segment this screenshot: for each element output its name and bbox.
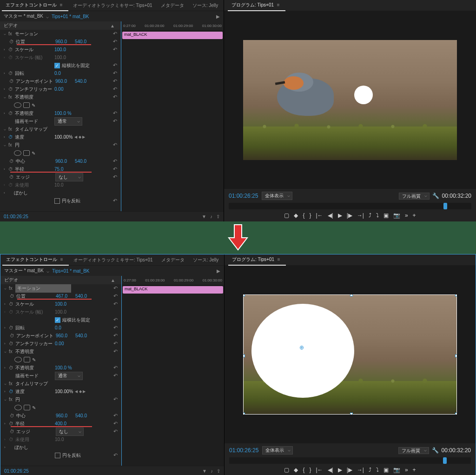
stopwatch-icon[interactable]: ⏱ — [9, 39, 16, 44]
blend-dropdown[interactable]: 通常 — [54, 117, 82, 126]
stopwatch-icon[interactable]: ⏱ — [10, 429, 16, 434]
bc-clip[interactable]: Tips+01 * mat_BK — [52, 14, 89, 19]
stopwatch-active-icon[interactable]: ⏱ — [9, 389, 15, 394]
tab-metadata[interactable]: メタデータ — [157, 0, 188, 11]
quality-dropdown[interactable]: フル画質 — [398, 447, 429, 454]
scrubber[interactable] — [229, 203, 471, 209]
panel-menu-icon[interactable]: ≡ — [275, 2, 282, 7]
prop-radius[interactable]: ›⏱半径75.0↶ — [0, 165, 121, 173]
prop-position[interactable]: ⏱位置467.0540.0↶ — [0, 292, 121, 300]
reset-icon[interactable]: ↶ — [113, 428, 118, 435]
play-icon[interactable]: ▶ — [338, 212, 342, 219]
step-fwd-icon[interactable]: |▶ — [347, 467, 352, 473]
reset-icon[interactable]: ↶ — [113, 86, 117, 92]
music-icon[interactable]: ♪ — [211, 468, 213, 474]
in-bracket-icon[interactable]: { — [303, 212, 304, 219]
prop-lock-aspect[interactable]: ✓縦横比を固定↶ — [0, 316, 121, 324]
collapse-icon[interactable]: ▲ — [108, 23, 117, 28]
pen-mask-icon[interactable]: ✎ — [32, 405, 36, 410]
reset-icon[interactable]: ↶ — [113, 166, 117, 172]
extract-icon[interactable]: ⤵ — [376, 212, 379, 219]
reset-icon[interactable]: ↶ — [113, 142, 117, 148]
tab-audio-mixer[interactable]: オーディオトラックミキサー: Tips+01 — [70, 255, 157, 265]
ellipse-mask-icon[interactable] — [14, 150, 21, 156]
pen-mask-icon[interactable]: ✎ — [32, 151, 35, 156]
rect-mask-icon[interactable] — [23, 102, 30, 108]
reset-icon[interactable]: ↶ — [113, 365, 118, 371]
section-video[interactable]: ビデオ▲ — [0, 21, 121, 30]
go-in-icon[interactable]: |← — [316, 467, 323, 473]
reset-icon[interactable]: ↶ — [113, 301, 118, 307]
reset-icon[interactable]: ↶ — [113, 158, 117, 164]
filter-icon[interactable]: ▼ — [202, 214, 206, 219]
checkbox-empty-icon[interactable] — [54, 198, 60, 204]
current-timecode[interactable]: 01:00:26:25 — [4, 468, 29, 474]
reset-icon[interactable]: ↶ — [113, 333, 118, 339]
keyframe-nav[interactable]: ◀ ◆ ▶ — [75, 389, 85, 394]
section-motion[interactable]: ⌵fxモーション↶ — [0, 30, 121, 38]
panel-menu-icon[interactable]: ≡ — [59, 257, 65, 262]
step-back-icon[interactable]: ◀| — [328, 212, 333, 219]
anchor-cross-icon[interactable]: ⊕ — [299, 345, 304, 350]
stopwatch-icon[interactable]: ⏱ — [9, 421, 15, 426]
prop-radius[interactable]: ›⏱半径400.0↶ — [0, 420, 121, 428]
section-time-remap[interactable]: ⌵fxタイムリマップ — [0, 125, 121, 133]
reset-icon[interactable]: ↶ — [113, 293, 118, 299]
prop-speed[interactable]: ›⏱速度100.00%◀ ◆ ▶ — [0, 133, 121, 141]
filter-icon[interactable]: ▼ — [202, 468, 207, 474]
extract-icon[interactable]: ⤵ — [376, 467, 379, 473]
section-circle[interactable]: ⌵fx円↶ — [0, 141, 121, 149]
section-opacity[interactable]: ⌵fx不透明度↶ — [0, 348, 121, 355]
add-icon[interactable]: + — [413, 212, 416, 219]
playhead-marker[interactable] — [443, 457, 447, 464]
stopwatch-icon[interactable]: ⏱ — [8, 87, 15, 92]
reset-icon[interactable]: ↶ — [113, 396, 118, 402]
stopwatch-icon[interactable]: ⏱ — [8, 71, 15, 76]
program-timecode[interactable]: 01:00:26:25 — [229, 447, 258, 454]
section-motion[interactable]: ⌵fxモーション↶ — [0, 284, 121, 292]
prop-rotation[interactable]: ›⏱回転0.0↶ — [0, 69, 121, 77]
prop-antiflicker[interactable]: ›⏱アンチフリッカー0.00↶ — [0, 85, 121, 93]
prop-lock-aspect[interactable]: ✓縦横比を固定↶ — [0, 61, 121, 69]
program-viewer[interactable]: ⊕ — [225, 266, 476, 443]
camera-icon[interactable]: 📷 — [393, 212, 400, 219]
tab-program[interactable]: プログラム: Tips+01 ≡ — [228, 254, 286, 266]
prop-speed[interactable]: ›⏱速度100.00%◀ ◆ ▶ — [0, 388, 121, 395]
zoom-dropdown[interactable]: 全体表示 — [262, 446, 293, 455]
program-timecode[interactable]: 01:00:26:25 — [229, 193, 258, 199]
selection-box[interactable] — [243, 294, 457, 415]
edge-dropdown[interactable]: なし — [55, 173, 83, 181]
timeline-clip[interactable]: mat_BLACK — [122, 32, 223, 39]
section-opacity[interactable]: ⌵fx不透明度↶ — [0, 93, 121, 101]
reset-icon[interactable]: ↶ — [113, 421, 118, 427]
in-bracket-icon[interactable]: { — [303, 467, 304, 473]
reset-icon[interactable]: ↶ — [113, 118, 117, 124]
quality-dropdown[interactable]: フル画質 — [399, 193, 430, 200]
stopwatch-icon[interactable]: ⏱ — [9, 341, 15, 346]
camera-icon[interactable]: 📷 — [393, 467, 400, 473]
tab-effect-controls[interactable]: エフェクトコントロール ≡ — [2, 254, 69, 266]
stopwatch-icon[interactable]: ⏱ — [8, 47, 15, 52]
mark-in-icon[interactable]: ▢ — [284, 212, 289, 219]
panel-menu-icon[interactable]: ≡ — [58, 2, 65, 7]
prop-blend[interactable]: 描画モード通常↶ — [0, 372, 121, 380]
prop-scale[interactable]: ›⏱スケール100.0↶ — [0, 46, 121, 54]
blend-dropdown[interactable]: 通常 — [55, 372, 83, 380]
prop-anchor[interactable]: ⏱アンカーポイント960.0540.0↶ — [0, 332, 121, 340]
rect-mask-icon[interactable] — [23, 150, 30, 156]
scrubber[interactable] — [229, 457, 471, 464]
reset-icon[interactable]: ↶ — [113, 70, 117, 76]
reset-icon[interactable]: ↶ — [113, 285, 118, 291]
reset-icon[interactable]: ↶ — [113, 452, 118, 458]
playhead-icon[interactable]: ▶ — [216, 14, 220, 19]
out-bracket-icon[interactable]: } — [309, 467, 311, 473]
reset-icon[interactable]: ↶ — [113, 325, 118, 331]
pen-mask-icon[interactable]: ✎ — [32, 103, 35, 108]
reset-icon[interactable]: ↶ — [113, 94, 117, 100]
go-out-icon[interactable]: →| — [357, 212, 364, 219]
reset-icon[interactable]: ↶ — [113, 62, 117, 68]
tab-audio-mixer[interactable]: オーディオトラックミキサー: Tips+01 — [69, 0, 156, 11]
reset-icon[interactable]: ↶ — [113, 47, 117, 53]
prop-anchor[interactable]: ⏱アンカーポイント960.0540.0↶ — [0, 77, 121, 85]
music-icon[interactable]: ♪ — [210, 214, 212, 219]
